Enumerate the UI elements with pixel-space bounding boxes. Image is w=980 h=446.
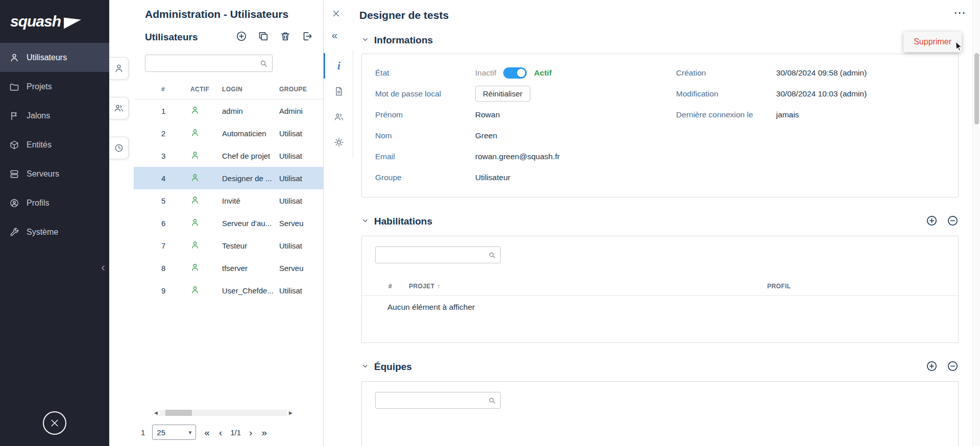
remove-equipe-button[interactable] xyxy=(947,360,959,374)
collapsed-panels-gutter xyxy=(109,0,134,446)
sidebar-collapse-chevron[interactable]: ‹ xyxy=(101,261,105,274)
sidebar-item-systeme[interactable]: Système xyxy=(0,217,109,246)
next-page-button[interactable]: › xyxy=(248,428,253,437)
section-informations-header[interactable]: Informations xyxy=(361,35,959,46)
sidebar-item-projets[interactable]: Projets xyxy=(0,72,109,101)
habilitations-card: # PROJET↑ PROFIL Aucun élément à affiche… xyxy=(361,236,959,343)
tab-authorisations[interactable] xyxy=(324,79,353,104)
col-projet[interactable]: PROJET↑ xyxy=(409,283,767,290)
search-icon xyxy=(259,59,268,68)
table-row[interactable]: 7 Testeur Utilisat xyxy=(134,234,323,257)
menu-item-supprimer[interactable]: Supprimer xyxy=(903,32,962,52)
scrollbar-track[interactable] xyxy=(159,410,287,416)
row-num: 7 xyxy=(161,241,190,250)
table-row[interactable]: 2 Automaticien Utilisat xyxy=(134,122,323,144)
chevron-down-icon xyxy=(361,217,369,227)
first-page-button[interactable]: « xyxy=(203,428,211,437)
col-profil[interactable]: PROFIL xyxy=(767,283,958,290)
col-groupe: GROUPE xyxy=(279,86,323,93)
habilitations-search-box xyxy=(375,246,501,263)
informations-left-column: État Inactif Actif Mot de passe local Ré… xyxy=(375,62,676,188)
section-habilitations-header[interactable]: Habilitations xyxy=(361,215,959,228)
table-row[interactable]: 8 tfserver Serveu xyxy=(134,257,323,279)
sidebar-item-utilisateurs[interactable]: Utilisateurs xyxy=(0,43,109,72)
remove-habilitation-button[interactable] xyxy=(947,215,959,228)
list-toolbar xyxy=(236,31,313,43)
scrollbar-thumb[interactable] xyxy=(974,53,979,125)
table-row[interactable]: 9 User_Chefde... Utilisat xyxy=(134,279,323,302)
table-row[interactable]: 6 Serveur d'au... Serveu xyxy=(134,212,323,234)
vertical-scrollbar[interactable] xyxy=(972,0,980,446)
add-equipe-button[interactable] xyxy=(926,360,938,374)
row-login: Serveur d'au... xyxy=(222,219,279,228)
prev-page-button[interactable]: ‹ xyxy=(218,428,223,437)
table-row-selected[interactable]: 4 Designer de ... Utilisat xyxy=(134,167,323,189)
active-user-icon xyxy=(190,106,222,116)
list-subtitle: Utilisateurs xyxy=(145,32,198,43)
section-title: Habilitations xyxy=(374,216,432,227)
section-equipes-header[interactable]: Équipes xyxy=(361,360,959,374)
scrollbar-thumb[interactable] xyxy=(165,410,192,416)
row-login: admin xyxy=(222,107,279,115)
field-value: jamais xyxy=(776,110,799,119)
field-label: Email xyxy=(375,152,475,161)
chevron-down-icon xyxy=(361,36,369,45)
field-nom: Nom Green xyxy=(375,125,676,146)
tab-teams[interactable] xyxy=(324,104,353,130)
mini-tab-teams[interactable] xyxy=(109,97,129,119)
users-table: # ACTIF LOGIN GROUPE 1 admin Admini 2 Au… xyxy=(134,79,323,302)
sidebar: squash Utilisateurs Projets Jalons Entit… xyxy=(0,0,109,446)
add-habilitation-button[interactable] xyxy=(926,215,938,228)
export-icon xyxy=(302,31,313,42)
sidebar-item-profils[interactable]: Profils xyxy=(0,188,109,217)
close-admin-button[interactable] xyxy=(43,411,66,435)
field-value[interactable]: Rowan xyxy=(475,110,500,119)
wrench-icon xyxy=(9,227,19,237)
table-row[interactable]: 1 admin Admini xyxy=(134,100,323,122)
collapse-detail-button[interactable]: « xyxy=(332,30,337,41)
reset-password-button[interactable]: Réinitialiser xyxy=(475,86,530,102)
sidebar-item-entites[interactable]: Entités xyxy=(0,130,109,159)
active-toggle[interactable] xyxy=(503,67,527,79)
informations-card: État Inactif Actif Mot de passe local Ré… xyxy=(361,54,959,197)
add-user-button[interactable] xyxy=(236,31,247,43)
field-value[interactable]: rowan.green@squash.fr xyxy=(475,152,560,161)
sidebar-item-serveurs[interactable]: Serveurs xyxy=(0,159,109,188)
users-table-header: # ACTIF LOGIN GROUPE xyxy=(134,79,323,100)
table-row[interactable]: 5 Invité Utilisat xyxy=(134,189,323,212)
field-value[interactable]: Utilisateur xyxy=(475,173,510,182)
page-size-value: 25 xyxy=(157,428,165,437)
plus-circle-icon xyxy=(926,360,938,372)
row-groupe: Admini xyxy=(279,107,323,115)
scroll-left-arrow-icon[interactable]: ◀ xyxy=(154,411,158,415)
mini-tab-history[interactable] xyxy=(109,137,129,159)
habilitations-search-input[interactable] xyxy=(381,251,488,259)
scroll-right-arrow-icon[interactable]: ▶ xyxy=(289,411,292,415)
delete-user-button[interactable] xyxy=(280,31,291,43)
table-row[interactable]: 3 Chef de projet Utilisat xyxy=(134,144,323,167)
folder-icon xyxy=(9,82,19,92)
page-size-select[interactable]: 25 ▾ xyxy=(152,425,196,440)
users-search-input[interactable] xyxy=(151,59,259,68)
horizontal-scrollbar[interactable]: ◀ ▶ xyxy=(154,409,292,416)
equipes-search-input[interactable] xyxy=(381,396,488,405)
field-value[interactable]: Green xyxy=(475,131,497,140)
active-user-icon xyxy=(190,173,222,184)
field-groupe: Groupe Utilisateur xyxy=(375,167,676,188)
field-value: 30/08/2024 10:03 (admin) xyxy=(776,89,867,98)
field-value: 30/08/2024 09:58 (admin) xyxy=(776,68,867,78)
export-users-button[interactable] xyxy=(302,31,313,43)
active-user-icon xyxy=(190,240,222,251)
habilitations-table-header: # PROJET↑ PROFIL xyxy=(362,277,958,296)
last-page-button[interactable]: » xyxy=(260,428,268,437)
sidebar-item-label: Entités xyxy=(27,140,52,150)
tab-informations[interactable]: i xyxy=(324,53,353,79)
close-detail-button[interactable] xyxy=(332,9,340,19)
sidebar-item-jalons[interactable]: Jalons xyxy=(0,101,109,130)
tab-permissions[interactable] xyxy=(324,130,353,155)
sidebar-item-label: Jalons xyxy=(27,111,50,120)
mini-tab-users[interactable] xyxy=(109,57,129,80)
users-group-icon xyxy=(334,112,344,122)
more-menu-button[interactable]: ⋯ xyxy=(953,9,967,16)
copy-user-button[interactable] xyxy=(258,31,269,43)
